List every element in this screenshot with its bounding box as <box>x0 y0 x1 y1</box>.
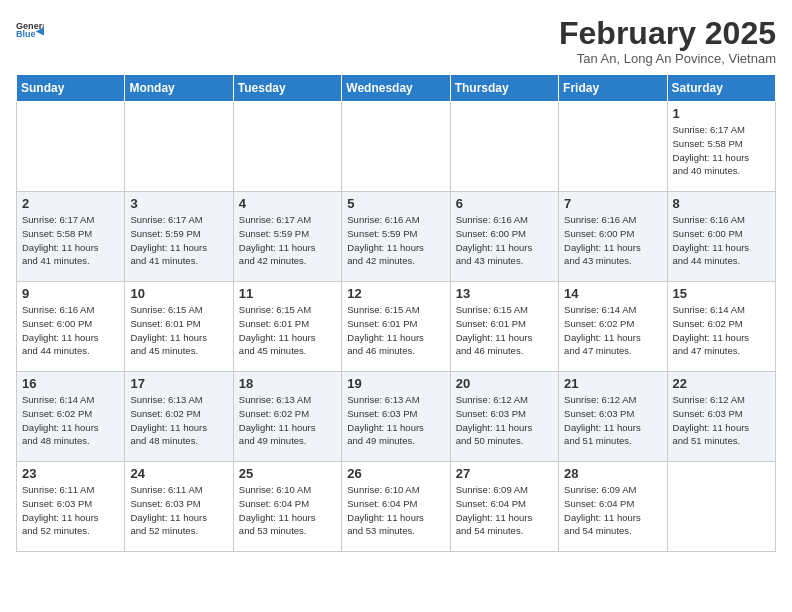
day-info: Sunrise: 6:16 AM Sunset: 6:00 PM Dayligh… <box>564 213 661 268</box>
calendar-cell: 26Sunrise: 6:10 AM Sunset: 6:04 PM Dayli… <box>342 462 450 552</box>
day-info: Sunrise: 6:14 AM Sunset: 6:02 PM Dayligh… <box>673 303 770 358</box>
weekday-header-tuesday: Tuesday <box>233 75 341 102</box>
calendar-cell: 24Sunrise: 6:11 AM Sunset: 6:03 PM Dayli… <box>125 462 233 552</box>
weekday-header-sunday: Sunday <box>17 75 125 102</box>
day-info: Sunrise: 6:17 AM Sunset: 5:58 PM Dayligh… <box>673 123 770 178</box>
day-info: Sunrise: 6:17 AM Sunset: 5:59 PM Dayligh… <box>239 213 336 268</box>
day-number: 22 <box>673 376 770 391</box>
day-number: 14 <box>564 286 661 301</box>
calendar-table: SundayMondayTuesdayWednesdayThursdayFrid… <box>16 74 776 552</box>
calendar-cell: 13Sunrise: 6:15 AM Sunset: 6:01 PM Dayli… <box>450 282 558 372</box>
day-info: Sunrise: 6:10 AM Sunset: 6:04 PM Dayligh… <box>239 483 336 538</box>
title-block: February 2025 Tan An, Long An Povince, V… <box>559 16 776 66</box>
day-number: 8 <box>673 196 770 211</box>
day-info: Sunrise: 6:12 AM Sunset: 6:03 PM Dayligh… <box>456 393 553 448</box>
day-info: Sunrise: 6:16 AM Sunset: 6:00 PM Dayligh… <box>22 303 119 358</box>
calendar-cell: 4Sunrise: 6:17 AM Sunset: 5:59 PM Daylig… <box>233 192 341 282</box>
calendar-week-row: 23Sunrise: 6:11 AM Sunset: 6:03 PM Dayli… <box>17 462 776 552</box>
day-number: 16 <box>22 376 119 391</box>
calendar-cell: 17Sunrise: 6:13 AM Sunset: 6:02 PM Dayli… <box>125 372 233 462</box>
calendar-cell <box>233 102 341 192</box>
day-number: 24 <box>130 466 227 481</box>
day-info: Sunrise: 6:16 AM Sunset: 5:59 PM Dayligh… <box>347 213 444 268</box>
day-number: 4 <box>239 196 336 211</box>
weekday-header-monday: Monday <box>125 75 233 102</box>
day-info: Sunrise: 6:12 AM Sunset: 6:03 PM Dayligh… <box>564 393 661 448</box>
svg-text:Blue: Blue <box>16 29 36 39</box>
calendar-cell: 5Sunrise: 6:16 AM Sunset: 5:59 PM Daylig… <box>342 192 450 282</box>
calendar-cell: 14Sunrise: 6:14 AM Sunset: 6:02 PM Dayli… <box>559 282 667 372</box>
day-info: Sunrise: 6:16 AM Sunset: 6:00 PM Dayligh… <box>456 213 553 268</box>
calendar-cell: 11Sunrise: 6:15 AM Sunset: 6:01 PM Dayli… <box>233 282 341 372</box>
day-number: 23 <box>22 466 119 481</box>
day-number: 12 <box>347 286 444 301</box>
calendar-cell: 22Sunrise: 6:12 AM Sunset: 6:03 PM Dayli… <box>667 372 775 462</box>
day-number: 19 <box>347 376 444 391</box>
calendar-cell: 10Sunrise: 6:15 AM Sunset: 6:01 PM Dayli… <box>125 282 233 372</box>
day-number: 1 <box>673 106 770 121</box>
day-info: Sunrise: 6:14 AM Sunset: 6:02 PM Dayligh… <box>22 393 119 448</box>
calendar-cell: 3Sunrise: 6:17 AM Sunset: 5:59 PM Daylig… <box>125 192 233 282</box>
calendar-cell: 25Sunrise: 6:10 AM Sunset: 6:04 PM Dayli… <box>233 462 341 552</box>
calendar-cell: 23Sunrise: 6:11 AM Sunset: 6:03 PM Dayli… <box>17 462 125 552</box>
day-number: 17 <box>130 376 227 391</box>
weekday-header-saturday: Saturday <box>667 75 775 102</box>
calendar-cell: 16Sunrise: 6:14 AM Sunset: 6:02 PM Dayli… <box>17 372 125 462</box>
day-number: 11 <box>239 286 336 301</box>
calendar-cell: 21Sunrise: 6:12 AM Sunset: 6:03 PM Dayli… <box>559 372 667 462</box>
weekday-header-friday: Friday <box>559 75 667 102</box>
calendar-cell: 9Sunrise: 6:16 AM Sunset: 6:00 PM Daylig… <box>17 282 125 372</box>
day-number: 15 <box>673 286 770 301</box>
calendar-cell: 28Sunrise: 6:09 AM Sunset: 6:04 PM Dayli… <box>559 462 667 552</box>
calendar-cell <box>559 102 667 192</box>
calendar-week-row: 9Sunrise: 6:16 AM Sunset: 6:00 PM Daylig… <box>17 282 776 372</box>
day-info: Sunrise: 6:13 AM Sunset: 6:02 PM Dayligh… <box>239 393 336 448</box>
calendar-cell: 8Sunrise: 6:16 AM Sunset: 6:00 PM Daylig… <box>667 192 775 282</box>
day-number: 28 <box>564 466 661 481</box>
day-number: 20 <box>456 376 553 391</box>
day-info: Sunrise: 6:16 AM Sunset: 6:00 PM Dayligh… <box>673 213 770 268</box>
day-number: 6 <box>456 196 553 211</box>
day-info: Sunrise: 6:15 AM Sunset: 6:01 PM Dayligh… <box>130 303 227 358</box>
weekday-header-row: SundayMondayTuesdayWednesdayThursdayFrid… <box>17 75 776 102</box>
day-info: Sunrise: 6:17 AM Sunset: 5:59 PM Dayligh… <box>130 213 227 268</box>
weekday-header-wednesday: Wednesday <box>342 75 450 102</box>
day-number: 10 <box>130 286 227 301</box>
calendar-cell: 7Sunrise: 6:16 AM Sunset: 6:00 PM Daylig… <box>559 192 667 282</box>
day-number: 27 <box>456 466 553 481</box>
day-info: Sunrise: 6:15 AM Sunset: 6:01 PM Dayligh… <box>347 303 444 358</box>
day-info: Sunrise: 6:11 AM Sunset: 6:03 PM Dayligh… <box>130 483 227 538</box>
weekday-header-thursday: Thursday <box>450 75 558 102</box>
day-number: 2 <box>22 196 119 211</box>
logo-icon: General Blue <box>16 16 44 44</box>
calendar-week-row: 1Sunrise: 6:17 AM Sunset: 5:58 PM Daylig… <box>17 102 776 192</box>
day-info: Sunrise: 6:14 AM Sunset: 6:02 PM Dayligh… <box>564 303 661 358</box>
day-number: 21 <box>564 376 661 391</box>
calendar-cell <box>17 102 125 192</box>
calendar-cell: 27Sunrise: 6:09 AM Sunset: 6:04 PM Dayli… <box>450 462 558 552</box>
calendar-cell: 19Sunrise: 6:13 AM Sunset: 6:03 PM Dayli… <box>342 372 450 462</box>
calendar-cell: 2Sunrise: 6:17 AM Sunset: 5:58 PM Daylig… <box>17 192 125 282</box>
calendar-cell <box>125 102 233 192</box>
day-number: 18 <box>239 376 336 391</box>
day-info: Sunrise: 6:10 AM Sunset: 6:04 PM Dayligh… <box>347 483 444 538</box>
day-info: Sunrise: 6:15 AM Sunset: 6:01 PM Dayligh… <box>239 303 336 358</box>
calendar-cell: 18Sunrise: 6:13 AM Sunset: 6:02 PM Dayli… <box>233 372 341 462</box>
day-info: Sunrise: 6:13 AM Sunset: 6:03 PM Dayligh… <box>347 393 444 448</box>
day-info: Sunrise: 6:13 AM Sunset: 6:02 PM Dayligh… <box>130 393 227 448</box>
location-subtitle: Tan An, Long An Povince, Vietnam <box>559 51 776 66</box>
day-info: Sunrise: 6:17 AM Sunset: 5:58 PM Dayligh… <box>22 213 119 268</box>
calendar-cell: 15Sunrise: 6:14 AM Sunset: 6:02 PM Dayli… <box>667 282 775 372</box>
calendar-week-row: 2Sunrise: 6:17 AM Sunset: 5:58 PM Daylig… <box>17 192 776 282</box>
month-title: February 2025 <box>559 16 776 51</box>
day-number: 3 <box>130 196 227 211</box>
day-info: Sunrise: 6:09 AM Sunset: 6:04 PM Dayligh… <box>456 483 553 538</box>
calendar-cell: 1Sunrise: 6:17 AM Sunset: 5:58 PM Daylig… <box>667 102 775 192</box>
day-info: Sunrise: 6:15 AM Sunset: 6:01 PM Dayligh… <box>456 303 553 358</box>
day-number: 25 <box>239 466 336 481</box>
day-info: Sunrise: 6:09 AM Sunset: 6:04 PM Dayligh… <box>564 483 661 538</box>
day-number: 26 <box>347 466 444 481</box>
page-header: General Blue February 2025 Tan An, Long … <box>16 16 776 66</box>
calendar-cell <box>667 462 775 552</box>
calendar-cell <box>450 102 558 192</box>
